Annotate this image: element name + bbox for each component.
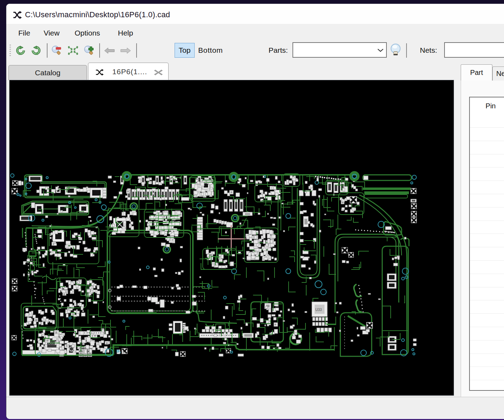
svg-text:U33: U33: [315, 308, 322, 312]
